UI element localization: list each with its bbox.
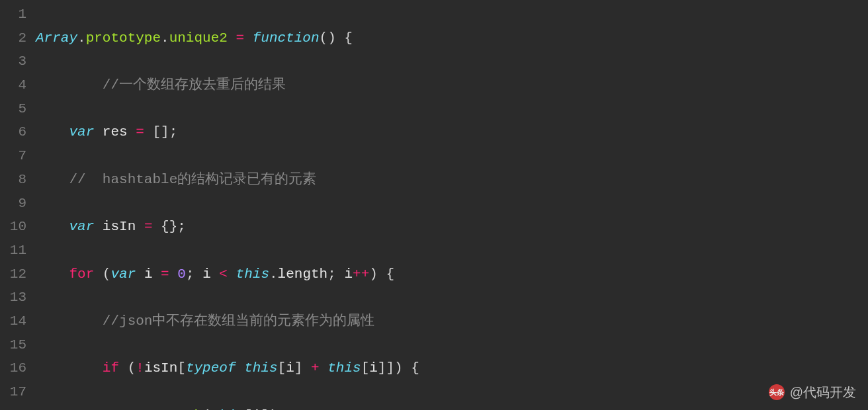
toutiao-icon: 头条 [769, 384, 785, 400]
line-number: 16 [0, 356, 26, 380]
line-number: 15 [0, 333, 26, 357]
line-number: 13 [0, 286, 26, 309]
code-editor[interactable]: 1 2 3 4 5 6 7 8 9 10 11 12 13 14 15 16 1… [0, 0, 868, 410]
line-number: 11 [0, 239, 26, 263]
line-number: 2 [0, 26, 26, 50]
line-number: 14 [0, 309, 26, 333]
line-number-gutter: 1 2 3 4 5 6 7 8 9 10 11 12 13 14 15 16 1… [0, 3, 36, 410]
line-number: 4 [0, 73, 26, 97]
watermark: 头条 @代码开发 [769, 381, 856, 403]
code-line[interactable]: for (var i = 0; i < this.length; i++) { [36, 263, 868, 286]
code-line[interactable]: var res = []; [36, 120, 868, 144]
line-number: 12 [0, 263, 26, 286]
line-number: 10 [0, 215, 26, 239]
code-line[interactable]: //一个数组存放去重后的结果 [36, 73, 868, 97]
line-number: 9 [0, 192, 26, 216]
code-line[interactable]: res.push(this[i]); [36, 404, 868, 410]
code-line[interactable]: Array.prototype.unique2 = function() { [36, 26, 868, 50]
line-number: 8 [0, 168, 26, 192]
line-number: 7 [0, 144, 26, 168]
code-line[interactable]: //json中不存在数组当前的元素作为的属性 [36, 309, 868, 333]
line-number: 3 [0, 50, 26, 73]
line-number: 1 [0, 3, 26, 26]
line-number: 6 [0, 120, 26, 144]
watermark-text: @代码开发 [790, 381, 856, 403]
code-line[interactable]: // hashtable的结构记录已有的元素 [36, 168, 868, 192]
line-number: 17 [0, 380, 26, 404]
line-number: 5 [0, 97, 26, 121]
code-line[interactable]: var isIn = {}; [36, 215, 868, 239]
code-area[interactable]: Array.prototype.unique2 = function() { /… [36, 3, 868, 410]
code-line[interactable]: if (!isIn[typeof this[i] + this[i]]) { [36, 356, 868, 380]
